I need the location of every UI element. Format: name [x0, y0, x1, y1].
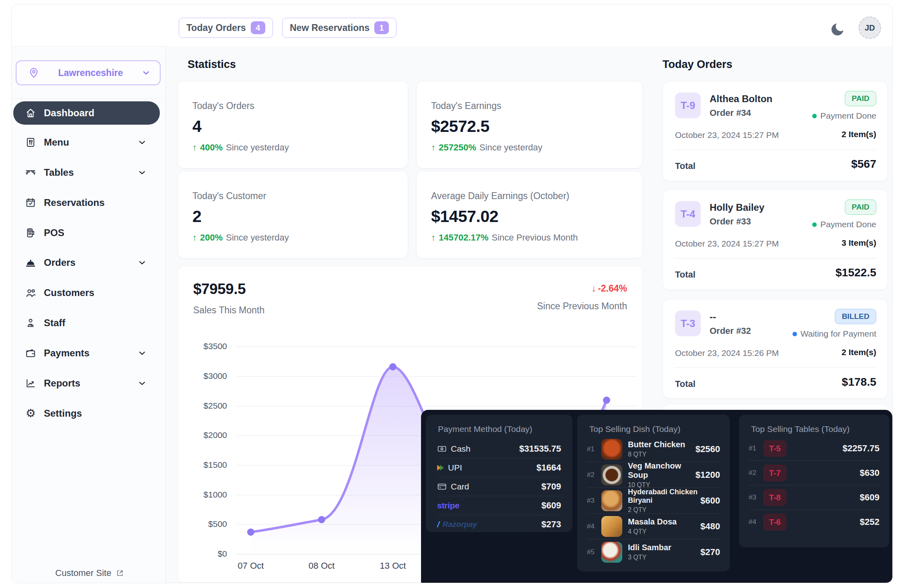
dish-amount: $270: [700, 547, 720, 557]
dish-qty: 3 QTY: [628, 554, 700, 561]
new-reservations-button-label: New Reservations: [290, 23, 369, 33]
stat-delta-suffix: Since yesterday: [226, 232, 289, 243]
stat-label: Today's Orders: [192, 101, 393, 111]
table-row: #2 T-7 $630: [749, 461, 879, 485]
dish-name: Masala Dosa: [628, 517, 700, 526]
order-number: Order #32: [710, 326, 751, 336]
sidebar-item-label: Dashboard: [44, 107, 160, 119]
payment-amount: $31535.75: [519, 444, 561, 454]
today-orders-count-badge: 4: [251, 21, 265, 34]
razorpay-logo: Razorpay: [443, 520, 477, 529]
menu-book-icon: [25, 136, 37, 148]
stat-delta-suffix: Since yesterday: [226, 142, 289, 153]
table-badge: T-7: [763, 465, 786, 481]
staff-person-icon: [25, 317, 37, 329]
dish-photo: [601, 516, 622, 537]
dish-photo: [601, 542, 622, 563]
sidebar-item-reservations[interactable]: Reservations: [13, 191, 160, 214]
calendar-check-icon: [25, 197, 37, 209]
user-avatar[interactable]: JD: [859, 16, 881, 39]
new-reservations-button[interactable]: New Reservations 1: [282, 18, 396, 38]
stat-card-todays-orders: Today's Orders 4 ↑400%Since yesterday: [178, 81, 408, 169]
customer-site-link[interactable]: Customer Site: [37, 568, 142, 578]
sidebar-item-pos[interactable]: POS: [13, 222, 160, 244]
order-items-count: 2 Item(s): [842, 347, 876, 357]
dish-qty: 2 QTY: [628, 506, 700, 514]
stat-card-todays-earnings: Today's Earnings $2572.5 ↑257250%Since y…: [416, 81, 643, 169]
payment-method-panel: Payment Method (Today) Cash $31535.75 UP…: [426, 415, 572, 532]
today-orders-button[interactable]: Today Orders 4: [179, 18, 273, 38]
dish-name: Idli Sambar: [628, 543, 700, 552]
stat-label: Today's Customer: [192, 191, 393, 201]
banknote-icon: [437, 444, 447, 454]
divider: [674, 368, 876, 368]
sidebar-item-tables[interactable]: Tables: [13, 161, 160, 184]
sidebar-item-label: Menu: [44, 137, 137, 148]
table-icon: [25, 167, 37, 179]
table-badge: T-4: [675, 201, 701, 227]
sidebar-item-label: Customers: [44, 287, 160, 298]
delta-arrow-up-icon: ↑: [192, 232, 197, 243]
dish-rank: #5: [587, 548, 601, 556]
sidebar-item-dashboard[interactable]: Dashboard: [13, 101, 160, 125]
delta-arrow-up-icon: ↑: [431, 142, 436, 153]
dish-qty: 8 QTY: [628, 451, 696, 458]
payment-method-name: UPI: [448, 463, 462, 473]
sidebar-item-staff[interactable]: Staff: [13, 312, 160, 334]
stat-value: 2: [192, 207, 393, 226]
sidebar-item-customers[interactable]: Customers: [13, 282, 160, 304]
table-rank: #2: [749, 469, 763, 477]
divider: [674, 258, 876, 259]
sidebar-item-menu[interactable]: Menu: [13, 131, 160, 154]
table-amount: $630: [791, 468, 879, 478]
dish-amount: $600: [700, 495, 720, 506]
payment-row-stripe: stripe $609: [437, 496, 561, 515]
table-row: #3 T-8 $609: [749, 485, 879, 510]
top-selling-dish-title: Top Selling Dish (Today): [589, 424, 680, 434]
stat-value: $1457.02: [431, 207, 628, 226]
location-selector[interactable]: Lawrenceshire: [16, 60, 161, 85]
sidebar-item-orders[interactable]: Orders: [13, 251, 160, 274]
order-items-count: 3 Item(s): [842, 238, 876, 248]
dish-rank: #3: [587, 497, 601, 505]
statistics-title: Statistics: [188, 58, 236, 71]
chevron-down-icon: [137, 138, 147, 147]
razorpay-logo-mark: /: [437, 520, 440, 529]
moon-icon: [830, 21, 846, 37]
dish-rank: #4: [587, 522, 601, 530]
table-amount: $609: [791, 492, 879, 503]
dark-summary-overlay: Payment Method (Today) Cash $31535.75 UP…: [421, 410, 892, 583]
sidebar-item-payments[interactable]: Payments: [13, 342, 160, 364]
status-note: Payment Done: [820, 111, 876, 121]
order-datetime: October 23, 2024 15:27 PM: [675, 130, 779, 140]
dish-row: #3 Hyderabadi Chicken Biryani2 QTY $600: [587, 487, 720, 513]
users-icon: [25, 287, 37, 299]
data-point-08-oct: [318, 516, 325, 523]
order-datetime: October 23, 2024 15:26 PM: [675, 348, 779, 358]
dish-amount: $1200: [696, 470, 720, 480]
dish-photo: [601, 490, 622, 511]
status-badge: PAID: [845, 91, 876, 106]
status-note: Payment Done: [820, 220, 876, 229]
external-link-icon: [116, 569, 124, 578]
payment-row-upi: UPI $1664: [437, 458, 561, 477]
sidebar-item-label: POS: [44, 227, 160, 238]
table-amount: $2257.75: [791, 443, 879, 454]
sidebar-item-reports[interactable]: Reports: [13, 372, 160, 395]
stat-value: 4: [192, 117, 393, 136]
table-rank: #1: [749, 444, 763, 452]
dish-photo: [601, 439, 622, 460]
sidebar-item-settings[interactable]: ⚙ Settings: [13, 402, 160, 425]
top-bar: Today Orders 4 New Reservations 1 JD: [12, 4, 892, 46]
dark-mode-toggle[interactable]: [830, 21, 846, 37]
app-window: Today Orders 4 New Reservations 1 JD Law…: [11, 4, 893, 583]
dish-row: #4 Masala Dosa4 QTY $480: [587, 513, 720, 539]
sidebar-item-label: Reports: [44, 378, 137, 389]
payment-method-name: Card: [451, 482, 469, 491]
data-point-13-oct-peak: [389, 363, 396, 370]
customer-name: Althea Bolton: [710, 93, 772, 105]
total-value: $178.5: [842, 376, 876, 389]
customer-name: Holly Bailey: [710, 202, 764, 213]
dish-amount: $480: [700, 521, 720, 532]
total-label: Total: [675, 269, 696, 280]
